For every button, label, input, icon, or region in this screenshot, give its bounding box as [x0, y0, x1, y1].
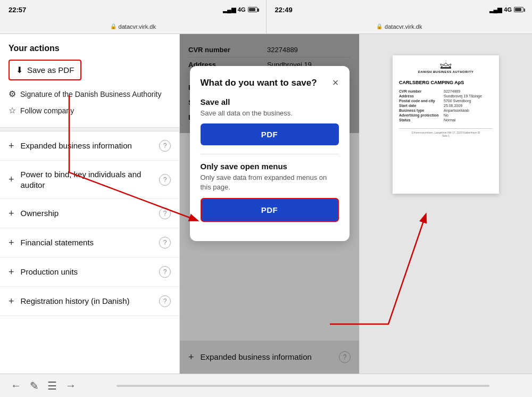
save-all-pdf-button[interactable]: PDF: [201, 123, 339, 145]
doc-key-5: Advertising protection: [399, 113, 442, 117]
doc-key-2: Postal code and city: [399, 99, 442, 103]
save-all-desc: Save all data on the business.: [201, 109, 339, 118]
network-right: 4G: [504, 6, 512, 13]
doc-key-0: CVR number: [399, 89, 442, 93]
help-icon-0[interactable]: ?: [159, 140, 171, 152]
doc-val-4: Anpartsselskab: [444, 109, 469, 112]
plus-icon-5: +: [9, 296, 14, 307]
plus-icon-1: +: [9, 174, 14, 185]
menu-item-expanded-info[interactable]: + Expanded business information ?: [0, 131, 179, 161]
actions-title: Your actions: [9, 44, 171, 53]
lock-icon-left: 🔒: [110, 23, 117, 29]
save-open-desc: Only save data from expanded menus on th…: [201, 173, 339, 192]
time-left: 22:57: [9, 6, 26, 14]
battery-left: [248, 7, 257, 12]
modal-title: What do you want to save?: [201, 78, 317, 88]
doc-page: Side 1: [442, 134, 450, 137]
network-left: 4G: [238, 6, 246, 13]
authority-logo-icon: [439, 62, 452, 70]
plus-icon-4: +: [9, 267, 14, 278]
main-content: Your actions ⬇ Save as PDF ⚙ Signature o…: [0, 34, 532, 374]
status-bar-left: 22:57 ▂▄▆ 4G: [0, 0, 267, 19]
url-left: datacvr.virk.dk: [119, 23, 156, 30]
nav-list-icon[interactable]: ☰: [47, 379, 57, 392]
doc-val-3: 25.06.2009: [444, 104, 462, 107]
nav-forward-icon[interactable]: →: [65, 379, 76, 392]
menu-item-ownership[interactable]: + Ownership ?: [0, 199, 179, 228]
doc-row-2: Postal code and city 5700 Svendborg: [399, 99, 493, 103]
address-bar-left: 🔒 datacvr.virk.dk: [0, 19, 267, 34]
document-preview: DANISH BUSINESS AUTHORITY CARLSBERG CAMP…: [393, 55, 499, 194]
doc-row-3: Start date 25.06.2009: [399, 104, 493, 107]
menu-label-2: Ownership: [21, 208, 159, 219]
doc-row-4: Business type Anpartsselskab: [399, 109, 493, 112]
signature-action[interactable]: ⚙ Signature of the Danish Business Autho…: [9, 86, 171, 102]
svg-marker-0: [440, 63, 451, 67]
doc-val-2: 5700 Svendborg: [444, 99, 471, 103]
save-pdf-label: Save as PDF: [27, 65, 74, 75]
menu-label-5: Registration history (in Danish): [21, 296, 159, 307]
doc-val-0: 32274889: [444, 89, 460, 93]
svg-rect-1: [440, 67, 451, 69]
signature-icon: ⚙: [9, 89, 16, 99]
status-bars: 22:57 ▂▄▆ 4G 22:49 ▂▄▆ 4G: [0, 0, 532, 19]
url-right: datacvr.virk.dk: [385, 23, 422, 30]
signal-bars-left: ▂▄▆: [223, 6, 236, 13]
help-icon-1[interactable]: ?: [159, 174, 171, 186]
doc-val-6: Normal: [444, 118, 456, 122]
right-panel: DANISH BUSINESS AUTHORITY CARLSBERG CAMP…: [360, 34, 532, 374]
plus-icon-0: +: [9, 140, 14, 152]
modal-close-button[interactable]: ×: [332, 77, 339, 89]
doc-key-1: Address: [399, 94, 442, 98]
save-open-section: Only save open menus Only save data from…: [201, 162, 339, 221]
modal-divider: [201, 154, 339, 154]
doc-key-6: Status: [399, 118, 442, 122]
menu-label-3: Financial statements: [21, 237, 159, 248]
doc-val-1: Sundbrovej 19 Tåsinge: [444, 94, 482, 98]
menu-item-production[interactable]: + Production units ?: [0, 258, 179, 287]
signature-label: Signature of the Danish Business Authori…: [20, 90, 161, 98]
status-bar-right: 22:49 ▂▄▆ 4G: [267, 0, 533, 19]
doc-row-5: Advertising protection No: [399, 113, 493, 117]
actions-section: Your actions ⬇ Save as PDF ⚙ Signature o…: [0, 34, 179, 127]
save-open-pdf-button[interactable]: PDF: [201, 198, 339, 222]
bottom-nav: ← ✎ ☰ →: [0, 374, 532, 397]
download-icon: ⬇: [16, 65, 23, 75]
doc-key-4: Business type: [399, 109, 442, 112]
doc-header: DANISH BUSINESS AUTHORITY: [399, 62, 493, 76]
menu-item-power[interactable]: + Power to bind, key individuals and aud…: [0, 161, 179, 199]
help-icon-3[interactable]: ?: [159, 237, 171, 249]
middle-panel: CVR number 32274889 Address Sundbrovej 1…: [180, 34, 360, 374]
nav-bar-indicator: [117, 385, 489, 387]
address-bars: 🔒 datacvr.virk.dk 🔒 datacvr.virk.dk: [0, 19, 532, 34]
nav-back-icon[interactable]: ←: [11, 379, 21, 392]
plus-icon-3: +: [9, 237, 14, 249]
doc-val-5: No: [444, 113, 448, 117]
save-pdf-button[interactable]: ⬇ Save as PDF: [9, 60, 81, 80]
help-icon-2[interactable]: ?: [159, 208, 171, 219]
star-icon: ☆: [9, 105, 16, 115]
doc-footer: Erhvervsstyrelsen, Langelinie Allé 17, 2…: [399, 128, 493, 137]
follow-action[interactable]: ☆ Follow company: [9, 102, 171, 119]
doc-company: CARLSBERG CAMPING ApS: [399, 80, 493, 85]
follow-label: Follow company: [20, 106, 74, 115]
menu-item-history[interactable]: + Registration history (in Danish) ?: [0, 287, 179, 316]
battery-right: [514, 7, 523, 12]
save-all-section: Save all Save all data on the business. …: [201, 97, 339, 145]
save-modal: What do you want to save? × Save all Sav…: [190, 66, 350, 241]
nav-edit-icon[interactable]: ✎: [30, 379, 39, 392]
status-icons-left: ▂▄▆ 4G: [223, 6, 257, 13]
doc-row-1: Address Sundbrovej 19 Tåsinge: [399, 94, 493, 98]
help-icon-5[interactable]: ?: [159, 295, 171, 307]
help-icon-4[interactable]: ?: [159, 266, 171, 278]
save-all-title: Save all: [201, 97, 339, 106]
left-panel: Your actions ⬇ Save as PDF ⚙ Signature o…: [0, 34, 180, 374]
menu-item-financial[interactable]: + Financial statements ?: [0, 228, 179, 258]
address-bar-right: 🔒 datacvr.virk.dk: [267, 19, 533, 34]
doc-key-3: Start date: [399, 104, 442, 107]
lock-icon-right: 🔒: [376, 23, 383, 29]
menu-label-0: Expanded business information: [21, 140, 159, 151]
doc-row-0: CVR number 32274889: [399, 89, 493, 93]
doc-row-6: Status Normal: [399, 118, 493, 122]
plus-icon-2: +: [9, 208, 14, 219]
